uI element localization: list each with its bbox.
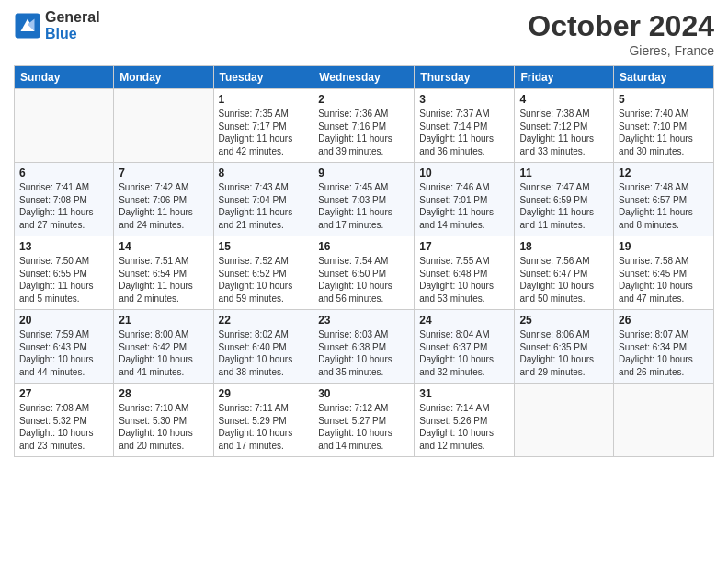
- week-row-1: 1Sunrise: 7:35 AM Sunset: 7:17 PM Daylig…: [15, 89, 714, 163]
- day-info: Sunrise: 7:38 AM Sunset: 7:12 PM Dayligh…: [519, 108, 609, 157]
- calendar: SundayMondayTuesdayWednesdayThursdayFrid…: [14, 65, 714, 457]
- day-info: Sunrise: 7:54 AM Sunset: 6:50 PM Dayligh…: [318, 255, 409, 304]
- day-number: 31: [419, 387, 509, 400]
- day-number: 28: [119, 387, 208, 400]
- title-block: October 2024 Gieres, France: [528, 9, 714, 58]
- day-info: Sunrise: 7:59 AM Sunset: 6:43 PM Dayligh…: [19, 328, 108, 378]
- day-info: Sunrise: 8:07 AM Sunset: 6:34 PM Dayligh…: [619, 328, 709, 378]
- day-number: 20: [19, 314, 108, 327]
- weekday-header-thursday: Thursday: [415, 66, 515, 89]
- weekday-header-row: SundayMondayTuesdayWednesdayThursdayFrid…: [15, 66, 714, 89]
- day-cell: 25Sunrise: 8:06 AM Sunset: 6:35 PM Dayli…: [515, 310, 614, 384]
- day-cell: 8Sunrise: 7:43 AM Sunset: 7:04 PM Daylig…: [213, 163, 313, 236]
- weekday-header-wednesday: Wednesday: [313, 66, 415, 89]
- day-number: 8: [219, 167, 309, 179]
- day-number: 9: [318, 167, 409, 179]
- day-info: Sunrise: 7:36 AM Sunset: 7:16 PM Dayligh…: [318, 108, 409, 157]
- day-number: 11: [519, 167, 609, 179]
- day-info: Sunrise: 7:35 AM Sunset: 7:17 PM Dayligh…: [219, 108, 309, 157]
- day-info: Sunrise: 8:02 AM Sunset: 6:40 PM Dayligh…: [219, 328, 309, 378]
- day-cell: 16Sunrise: 7:54 AM Sunset: 6:50 PM Dayli…: [313, 236, 415, 310]
- week-row-3: 13Sunrise: 7:50 AM Sunset: 6:55 PM Dayli…: [15, 236, 714, 310]
- day-number: 29: [219, 387, 309, 400]
- day-info: Sunrise: 7:55 AM Sunset: 6:48 PM Dayligh…: [419, 255, 509, 304]
- day-cell: 9Sunrise: 7:45 AM Sunset: 7:03 PM Daylig…: [313, 163, 415, 236]
- day-cell: 15Sunrise: 7:52 AM Sunset: 6:52 PM Dayli…: [213, 236, 313, 310]
- day-number: 14: [119, 240, 208, 253]
- day-number: 30: [318, 387, 409, 400]
- day-info: Sunrise: 7:42 AM Sunset: 7:06 PM Dayligh…: [119, 181, 208, 231]
- day-number: 5: [619, 93, 709, 106]
- day-info: Sunrise: 7:46 AM Sunset: 7:01 PM Dayligh…: [419, 181, 509, 231]
- day-number: 23: [318, 314, 409, 327]
- day-cell: 17Sunrise: 7:55 AM Sunset: 6:48 PM Dayli…: [415, 236, 515, 310]
- day-cell: 7Sunrise: 7:42 AM Sunset: 7:06 PM Daylig…: [114, 163, 213, 236]
- day-info: Sunrise: 7:56 AM Sunset: 6:47 PM Dayligh…: [519, 255, 609, 304]
- weekday-header-sunday: Sunday: [15, 66, 114, 89]
- day-cell: 29Sunrise: 7:11 AM Sunset: 5:29 PM Dayli…: [213, 384, 313, 457]
- day-cell: 10Sunrise: 7:46 AM Sunset: 7:01 PM Dayli…: [415, 163, 515, 236]
- day-info: Sunrise: 7:48 AM Sunset: 6:57 PM Dayligh…: [619, 181, 709, 231]
- day-cell: 14Sunrise: 7:51 AM Sunset: 6:54 PM Dayli…: [114, 236, 213, 310]
- day-number: 19: [619, 240, 709, 253]
- day-number: 1: [219, 93, 309, 106]
- day-info: Sunrise: 8:00 AM Sunset: 6:42 PM Dayligh…: [119, 328, 208, 378]
- day-number: 3: [419, 93, 509, 106]
- day-cell: 3Sunrise: 7:37 AM Sunset: 7:14 PM Daylig…: [415, 89, 515, 163]
- day-info: Sunrise: 7:11 AM Sunset: 5:29 PM Dayligh…: [219, 402, 309, 452]
- day-number: 22: [219, 314, 309, 327]
- day-cell: 24Sunrise: 8:04 AM Sunset: 6:37 PM Dayli…: [415, 310, 515, 384]
- day-cell: 20Sunrise: 7:59 AM Sunset: 6:43 PM Dayli…: [15, 310, 114, 384]
- day-info: Sunrise: 7:50 AM Sunset: 6:55 PM Dayligh…: [19, 255, 108, 304]
- day-cell: 19Sunrise: 7:58 AM Sunset: 6:45 PM Dayli…: [614, 236, 714, 310]
- day-info: Sunrise: 8:04 AM Sunset: 6:37 PM Dayligh…: [419, 328, 509, 378]
- day-number: 15: [219, 240, 309, 253]
- logo-icon: [14, 12, 41, 40]
- day-number: 13: [19, 240, 108, 253]
- day-number: 25: [519, 314, 609, 327]
- day-info: Sunrise: 7:45 AM Sunset: 7:03 PM Dayligh…: [318, 181, 409, 231]
- day-number: 7: [119, 167, 208, 179]
- month-title: October 2024: [528, 9, 714, 43]
- day-number: 16: [318, 240, 409, 253]
- day-info: Sunrise: 8:03 AM Sunset: 6:38 PM Dayligh…: [318, 328, 409, 378]
- day-number: 6: [19, 167, 108, 179]
- day-cell: 18Sunrise: 7:56 AM Sunset: 6:47 PM Dayli…: [515, 236, 614, 310]
- day-cell: 31Sunrise: 7:14 AM Sunset: 5:26 PM Dayli…: [415, 384, 515, 457]
- header: General Blue October 2024 Gieres, France: [14, 9, 714, 58]
- day-info: Sunrise: 7:47 AM Sunset: 6:59 PM Dayligh…: [519, 181, 609, 231]
- day-cell: 13Sunrise: 7:50 AM Sunset: 6:55 PM Dayli…: [15, 236, 114, 310]
- day-info: Sunrise: 7:08 AM Sunset: 5:32 PM Dayligh…: [19, 402, 108, 452]
- day-number: 17: [419, 240, 509, 253]
- day-cell: 4Sunrise: 7:38 AM Sunset: 7:12 PM Daylig…: [515, 89, 614, 163]
- day-cell: 12Sunrise: 7:48 AM Sunset: 6:57 PM Dayli…: [614, 163, 714, 236]
- day-cell: 6Sunrise: 7:41 AM Sunset: 7:08 PM Daylig…: [15, 163, 114, 236]
- day-info: Sunrise: 7:40 AM Sunset: 7:10 PM Dayligh…: [619, 108, 709, 157]
- day-info: Sunrise: 7:51 AM Sunset: 6:54 PM Dayligh…: [119, 255, 208, 304]
- day-number: 21: [119, 314, 208, 327]
- day-info: Sunrise: 7:41 AM Sunset: 7:08 PM Dayligh…: [19, 181, 108, 231]
- day-info: Sunrise: 7:58 AM Sunset: 6:45 PM Dayligh…: [619, 255, 709, 304]
- week-row-2: 6Sunrise: 7:41 AM Sunset: 7:08 PM Daylig…: [15, 163, 714, 236]
- day-info: Sunrise: 7:37 AM Sunset: 7:14 PM Dayligh…: [419, 108, 509, 157]
- day-info: Sunrise: 7:10 AM Sunset: 5:30 PM Dayligh…: [119, 402, 208, 452]
- page: General Blue October 2024 Gieres, France…: [0, 0, 728, 563]
- weekday-header-friday: Friday: [515, 66, 614, 89]
- week-row-4: 20Sunrise: 7:59 AM Sunset: 6:43 PM Dayli…: [15, 310, 714, 384]
- day-cell: 28Sunrise: 7:10 AM Sunset: 5:30 PM Dayli…: [114, 384, 213, 457]
- day-cell: [15, 89, 114, 163]
- weekday-header-saturday: Saturday: [614, 66, 714, 89]
- day-info: Sunrise: 7:52 AM Sunset: 6:52 PM Dayligh…: [219, 255, 309, 304]
- day-cell: 1Sunrise: 7:35 AM Sunset: 7:17 PM Daylig…: [213, 89, 313, 163]
- day-info: Sunrise: 7:12 AM Sunset: 5:27 PM Dayligh…: [318, 402, 409, 452]
- day-info: Sunrise: 7:14 AM Sunset: 5:26 PM Dayligh…: [419, 402, 509, 452]
- day-cell: 2Sunrise: 7:36 AM Sunset: 7:16 PM Daylig…: [313, 89, 415, 163]
- location: Gieres, France: [528, 43, 714, 58]
- day-cell: 11Sunrise: 7:47 AM Sunset: 6:59 PM Dayli…: [515, 163, 614, 236]
- weekday-header-monday: Monday: [114, 66, 213, 89]
- day-cell: [614, 384, 714, 457]
- day-number: 27: [19, 387, 108, 400]
- day-cell: 23Sunrise: 8:03 AM Sunset: 6:38 PM Dayli…: [313, 310, 415, 384]
- day-cell: 22Sunrise: 8:02 AM Sunset: 6:40 PM Dayli…: [213, 310, 313, 384]
- day-info: Sunrise: 7:43 AM Sunset: 7:04 PM Dayligh…: [219, 181, 309, 231]
